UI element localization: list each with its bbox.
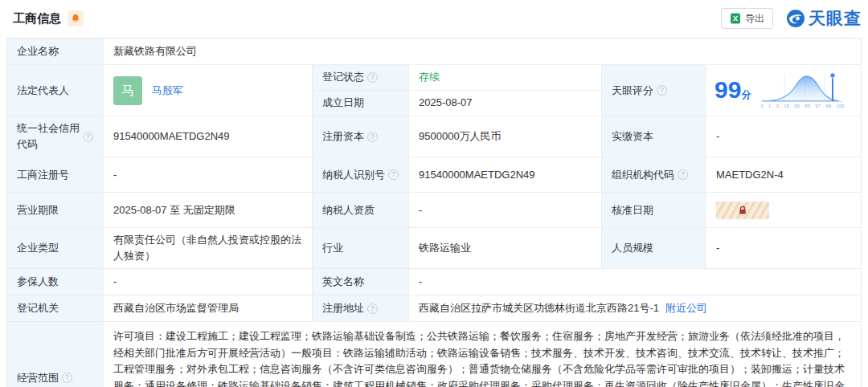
brand-logo[interactable]: 天眼查 xyxy=(786,7,862,30)
field-label-reg-authority: 登记机关 xyxy=(7,295,104,321)
field-label-taxpayer-quality: 纳税人资质 xyxy=(313,193,409,227)
field-value-reg-address: 西藏自治区拉萨市城关区功德林街道北京西路21号-1 附近公司 xyxy=(409,295,861,321)
tianyancha-eye-icon xyxy=(786,9,805,28)
field-value-business-scope: 许可项目：建设工程施工；建设工程监理；铁路运输基础设备制造；公共铁路运输；餐饮服… xyxy=(104,322,861,387)
lock-icon xyxy=(738,206,747,215)
field-label-english-name: 英文名称 xyxy=(313,269,409,295)
field-value-taxpayer-quality: - xyxy=(409,193,602,227)
field-label-reg-number: 工商注册号 xyxy=(7,157,104,192)
table-row: 登记机关 西藏自治区市场监督管理局 注册地址 ? 西藏自治区拉萨市城关区功德林街… xyxy=(7,295,861,321)
table-row: 经营范围 ? 许可项目：建设工程施工；建设工程监理；铁路运输基础设备制造；公共铁… xyxy=(7,321,861,387)
brand-name: 天眼查 xyxy=(809,7,862,30)
export-label: 导出 xyxy=(745,12,764,26)
field-value-reg-number: - xyxy=(104,157,313,192)
status-date-subgrid: 登记状态 ? 存续 成立日期 2025-08-07 xyxy=(313,65,602,116)
field-label-approval-date: 核准日期 xyxy=(602,193,706,227)
score-unit: 分 xyxy=(741,89,751,100)
field-value-company-name: 新藏铁路有限公司 xyxy=(104,39,861,64)
field-value-staff-size: - xyxy=(706,228,861,268)
field-label-establish-date: 成立日期 xyxy=(313,91,409,116)
field-label-reg-capital: 注册资本 ? xyxy=(313,116,409,157)
field-label-org-code: 组织机构代码 ? xyxy=(602,157,706,192)
table-row: 企业名称 新藏铁路有限公司 xyxy=(7,39,861,64)
field-value-company-type: 有限责任公司（非自然人投资或控股的法人独资） xyxy=(104,228,313,268)
help-icon[interactable]: ? xyxy=(367,303,378,314)
business-info-table: 企业名称 新藏铁路有限公司 法定代表人 马 马殷军 登记状态 ? 存续 成立日期… xyxy=(6,38,862,387)
field-value-approval-date xyxy=(706,193,861,227)
field-label-tyc-score: 天眼评分 ? xyxy=(602,65,706,116)
table-row: 企业类型 有限责任公司（非自然人投资或控股的法人独资） 行业 铁路运输业 人员规… xyxy=(7,227,861,268)
field-value-reg-authority: 西藏自治区市场监督管理局 xyxy=(104,295,313,321)
table-row: 统一社会信用代码 ? 91540000MAETDG2N49 注册资本 ? 950… xyxy=(7,116,861,157)
field-value-org-code: MAETDG2N-4 xyxy=(706,157,861,192)
field-value-taxpayer-id: 91540000MAETDG2N49 xyxy=(409,157,602,192)
nearby-companies-link[interactable]: 附近公司 xyxy=(665,300,707,316)
field-label-business-term: 营业期限 xyxy=(7,193,104,227)
field-value-legal-rep: 马 马殷军 xyxy=(104,65,313,116)
table-row: 营业期限 2025-08-07 至 无固定期限 纳税人资质 - 核准日期 xyxy=(7,192,861,227)
field-label-reg-status: 登记状态 ? xyxy=(313,65,409,91)
panel-header: 工商信息 导出 xyxy=(6,0,862,38)
field-value-reg-status: 存续 xyxy=(409,65,602,91)
field-label-staff-size: 人员规模 xyxy=(602,228,706,268)
field-value-reg-capital: 9500000万人民币 xyxy=(409,116,602,157)
table-row: 参保人数 - 英文名称 - xyxy=(7,268,861,295)
field-label-industry: 行业 xyxy=(313,228,409,268)
help-icon[interactable]: ? xyxy=(83,132,93,142)
field-value-credit-code: 91540000MAETDG2N49 xyxy=(104,116,313,157)
help-icon[interactable]: ? xyxy=(388,169,399,180)
field-label-reg-address: 注册地址 ? xyxy=(313,295,409,321)
bell-curve-icon xyxy=(760,71,844,104)
field-value-business-term: 2025-08-07 至 无固定期限 xyxy=(104,193,313,227)
excel-doc-icon xyxy=(730,13,741,24)
business-info-panel: 工商信息 导出 xyxy=(0,0,868,387)
score-number: 99 xyxy=(714,76,741,103)
field-value-industry: 铁路运输业 xyxy=(409,228,602,268)
subscribe-bell-button[interactable] xyxy=(68,10,84,26)
legal-rep-link[interactable]: 马殷军 xyxy=(152,83,183,99)
help-icon[interactable]: ? xyxy=(657,85,667,96)
field-label-business-scope: 经营范围 ? xyxy=(7,322,104,387)
field-label-company-type: 企业类型 xyxy=(7,228,104,268)
field-label-legal-rep: 法定代表人 xyxy=(7,65,104,116)
help-icon[interactable]: ? xyxy=(367,72,378,83)
field-label-insured-num: 参保人数 xyxy=(7,269,104,295)
tyc-score-value[interactable]: 99分 xyxy=(706,65,861,116)
table-row: 法定代表人 马 马殷军 登记状态 ? 存续 成立日期 2025-08-07 天眼… xyxy=(7,64,861,116)
help-icon[interactable]: ? xyxy=(367,132,378,142)
field-value-paid-capital: - xyxy=(706,116,861,157)
field-value-insured-num: - xyxy=(104,269,313,295)
page-title: 工商信息 xyxy=(13,11,61,26)
export-button[interactable]: 导出 xyxy=(721,8,773,29)
field-label-taxpayer-id: 纳税人识别号 ? xyxy=(313,157,409,192)
score-distribution-chart: 0131550859799100 xyxy=(760,71,844,109)
field-value-english-name: - xyxy=(409,269,861,295)
field-label-credit-code: 统一社会信用代码 ? xyxy=(7,116,104,157)
field-label-paid-capital: 实缴资本 xyxy=(602,116,706,157)
help-icon[interactable]: ? xyxy=(678,169,688,180)
score-axis-ticks: 0131550859799100 xyxy=(760,104,844,109)
table-row: 工商注册号 - 纳税人识别号 ? 91540000MAETDG2N49 组织机构… xyxy=(7,157,861,192)
legal-rep-avatar[interactable]: 马 xyxy=(113,76,142,105)
field-label-company-name: 企业名称 xyxy=(7,39,104,64)
field-value-establish-date: 2025-08-07 xyxy=(409,91,602,116)
help-icon[interactable]: ? xyxy=(62,373,72,383)
locked-value-badge[interactable] xyxy=(716,202,769,219)
bell-icon xyxy=(71,14,80,23)
